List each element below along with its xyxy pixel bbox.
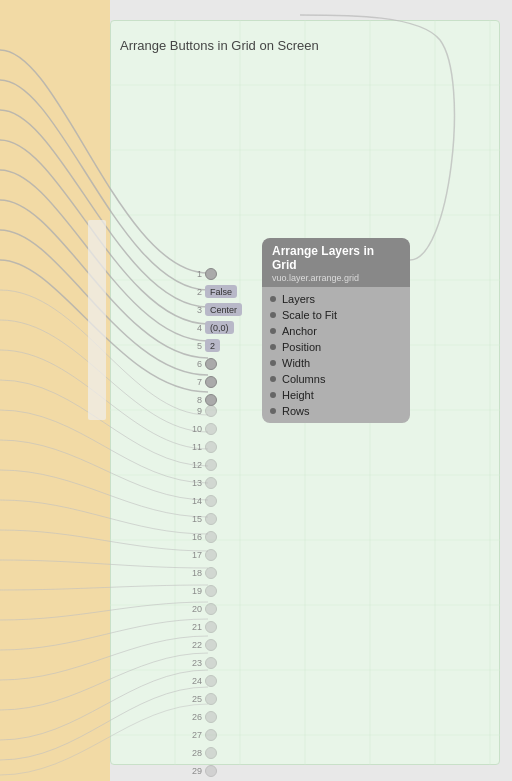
row-num-29: 29 [186, 766, 202, 776]
page-title: Arrange Buttons in Grid on Screen [120, 38, 319, 53]
input-connectors: 1 2 False 3 Center 4 (0,0) 5 2 6 7 [186, 265, 242, 408]
port-columns: Columns [262, 371, 410, 387]
dot-21[interactable] [205, 621, 217, 633]
port-anchor: Anchor [262, 323, 410, 339]
dot-22[interactable] [205, 639, 217, 651]
node-ports: Layers Scale to Fit Anchor Position Widt… [262, 287, 410, 423]
port-dot-anchor [270, 328, 276, 334]
row-numbers-lower: 9 10 11 12 13 14 15 16 17 18 19 20 21 22… [186, 402, 217, 781]
row-num-10: 10 [186, 424, 202, 434]
input-badge-false[interactable]: False [205, 285, 237, 298]
row-num-9: 9 [186, 406, 202, 416]
port-label-height: Height [282, 389, 314, 401]
row-num-11: 11 [186, 442, 202, 452]
port-dot-position [270, 344, 276, 350]
row-num-28: 28 [186, 748, 202, 758]
port-dot-width [270, 360, 276, 366]
input-badge-coords[interactable]: (0,0) [205, 321, 234, 334]
port-label-rows: Rows [282, 405, 310, 417]
node-subtitle: vuo.layer.arrange.grid [272, 273, 400, 283]
dot-10[interactable] [205, 423, 217, 435]
row-num-13: 13 [186, 478, 202, 488]
dot-9[interactable] [205, 405, 217, 417]
dot-19[interactable] [205, 585, 217, 597]
dot-14[interactable] [205, 495, 217, 507]
dot-28[interactable] [205, 747, 217, 759]
row-num-22: 22 [186, 640, 202, 650]
dot-12[interactable] [205, 459, 217, 471]
input-num-3: 3 [186, 305, 202, 315]
port-label-position: Position [282, 341, 321, 353]
canvas: Arrange Buttons in Grid on Screen [0, 0, 512, 781]
row-num-19: 19 [186, 586, 202, 596]
row-num-12: 12 [186, 460, 202, 470]
input-row-5: 5 2 [186, 337, 242, 354]
dot-27[interactable] [205, 729, 217, 741]
dot-29[interactable] [205, 765, 217, 777]
input-num-4: 4 [186, 323, 202, 333]
input-dot-1[interactable] [205, 268, 217, 280]
port-label-width: Width [282, 357, 310, 369]
port-label-anchor: Anchor [282, 325, 317, 337]
row-num-21: 21 [186, 622, 202, 632]
row-num-26: 26 [186, 712, 202, 722]
port-dot-layers [270, 296, 276, 302]
port-dot-height [270, 392, 276, 398]
row-num-15: 15 [186, 514, 202, 524]
input-row-4: 4 (0,0) [186, 319, 242, 336]
dot-23[interactable] [205, 657, 217, 669]
row-num-17: 17 [186, 550, 202, 560]
white-strip [88, 220, 106, 420]
node-title: Arrange Layers in Grid [272, 244, 400, 272]
dot-24[interactable] [205, 675, 217, 687]
dot-11[interactable] [205, 441, 217, 453]
dot-18[interactable] [205, 567, 217, 579]
row-num-25: 25 [186, 694, 202, 704]
port-dot-scale [270, 312, 276, 318]
port-label-columns: Columns [282, 373, 325, 385]
port-height: Height [262, 387, 410, 403]
row-num-23: 23 [186, 658, 202, 668]
dot-17[interactable] [205, 549, 217, 561]
row-num-27: 27 [186, 730, 202, 740]
input-badge-num[interactable]: 2 [205, 339, 220, 352]
input-row-1: 1 [186, 265, 242, 282]
port-layers: Layers [262, 291, 410, 307]
dot-26[interactable] [205, 711, 217, 723]
dot-15[interactable] [205, 513, 217, 525]
input-dot-7[interactable] [205, 376, 217, 388]
row-num-14: 14 [186, 496, 202, 506]
input-num-2: 2 [186, 287, 202, 297]
dot-25[interactable] [205, 693, 217, 705]
port-rows: Rows [262, 403, 410, 419]
input-num-1: 1 [186, 269, 202, 279]
input-dot-6[interactable] [205, 358, 217, 370]
row-num-24: 24 [186, 676, 202, 686]
dot-13[interactable] [205, 477, 217, 489]
input-num-5: 5 [186, 341, 202, 351]
port-label-scale: Scale to Fit [282, 309, 337, 321]
port-dot-rows [270, 408, 276, 414]
input-row-2: 2 False [186, 283, 242, 300]
row-num-20: 20 [186, 604, 202, 614]
row-num-18: 18 [186, 568, 202, 578]
port-width: Width [262, 355, 410, 371]
input-badge-center[interactable]: Center [205, 303, 242, 316]
port-dot-columns [270, 376, 276, 382]
input-row-6: 6 [186, 355, 242, 372]
input-num-6: 6 [186, 359, 202, 369]
input-num-7: 7 [186, 377, 202, 387]
port-label-layers: Layers [282, 293, 315, 305]
port-scale: Scale to Fit [262, 307, 410, 323]
input-row-7: 7 [186, 373, 242, 390]
node-box[interactable]: Arrange Layers in Grid vuo.layer.arrange… [262, 238, 410, 423]
dot-20[interactable] [205, 603, 217, 615]
row-num-16: 16 [186, 532, 202, 542]
port-position: Position [262, 339, 410, 355]
input-row-3: 3 Center [186, 301, 242, 318]
dot-16[interactable] [205, 531, 217, 543]
node-header: Arrange Layers in Grid vuo.layer.arrange… [262, 238, 410, 287]
